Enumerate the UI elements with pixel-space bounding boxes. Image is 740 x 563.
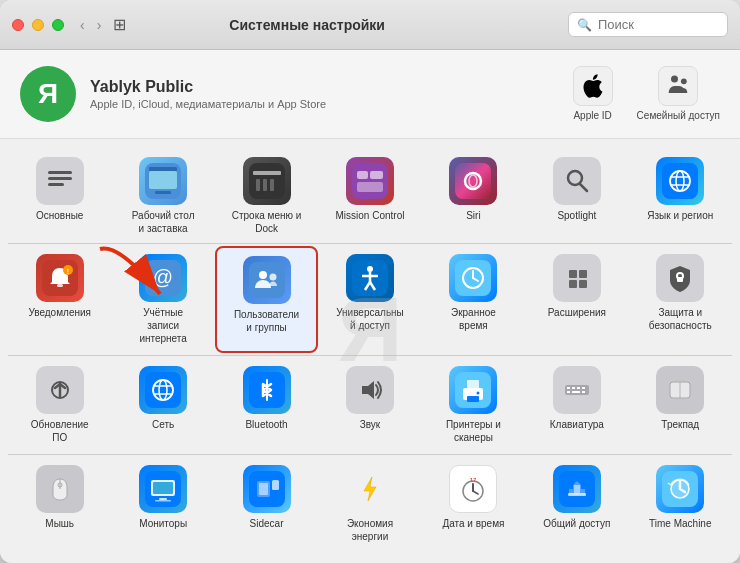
klaviatura-label: Клавиатура xyxy=(550,418,604,431)
pref-uchetnye[interactable]: @ Учётные записи интернета xyxy=(111,246,214,353)
pref-obschiy[interactable]: Общий доступ xyxy=(525,457,628,551)
close-button[interactable] xyxy=(12,19,24,31)
search-input[interactable] xyxy=(598,17,719,32)
apple-id-label: Apple ID xyxy=(573,110,611,122)
pref-mysh[interactable]: Мышь xyxy=(8,457,111,551)
svg-rect-15 xyxy=(352,163,388,199)
monitory-icon xyxy=(139,465,187,513)
profile-actions: Apple ID Семейный доступ xyxy=(573,66,720,122)
obnovlenie-icon xyxy=(36,366,84,414)
pref-spotlight[interactable]: Spotlight xyxy=(525,149,628,243)
svg-rect-19 xyxy=(455,163,491,199)
svg-rect-17 xyxy=(370,171,383,179)
data-icon: 17 xyxy=(449,465,497,513)
svg-rect-97 xyxy=(272,480,279,490)
stroka-icon xyxy=(243,157,291,205)
avatar[interactable]: Я xyxy=(20,66,76,122)
svg-rect-52 xyxy=(569,280,577,288)
svg-rect-31 xyxy=(57,284,63,287)
search-box[interactable]: 🔍 xyxy=(568,12,728,37)
svg-rect-60 xyxy=(145,372,181,408)
pref-timemachine[interactable]: Time Machine xyxy=(629,457,732,551)
set-icon xyxy=(139,366,187,414)
icons-row-5: Загрузочный диск xyxy=(0,553,740,563)
pref-siri[interactable]: Siri xyxy=(422,149,525,243)
svg-rect-14 xyxy=(270,179,274,191)
zvuk-icon xyxy=(346,366,394,414)
siri-icon xyxy=(449,157,497,205)
siri-label: Siri xyxy=(466,209,480,222)
sidecar-icon xyxy=(243,465,291,513)
svg-rect-78 xyxy=(577,387,580,389)
spotlight-label: Spotlight xyxy=(557,209,596,222)
pref-zvuk[interactable]: Звук xyxy=(318,358,421,452)
pref-monitory[interactable]: Мониторы xyxy=(111,457,214,551)
svg-rect-13 xyxy=(263,179,267,191)
pref-bluetooth[interactable]: Bluetooth xyxy=(215,358,318,452)
polzovateli-icon xyxy=(243,256,291,304)
pref-data[interactable]: 17 Дата и время xyxy=(422,457,525,551)
obschiy-label: Общий доступ xyxy=(543,517,610,530)
stroka-label: Строка меню и Dock xyxy=(232,209,302,235)
timemachine-icon xyxy=(656,465,704,513)
pref-set[interactable]: Сеть xyxy=(111,358,214,452)
svg-rect-22 xyxy=(559,163,595,199)
zaschita-label: Защита и безопасность xyxy=(645,306,715,332)
mission-label: Mission Control xyxy=(336,209,405,222)
obnovlenie-label: Обновление ПО xyxy=(25,418,95,444)
svg-rect-8 xyxy=(149,167,177,171)
bluetooth-icon xyxy=(243,366,291,414)
svg-point-37 xyxy=(259,271,267,279)
icons-row-1: Основные Рабочий стол и заставка Строка … xyxy=(0,139,740,243)
pref-zagruzochnyy[interactable]: Загрузочный диск xyxy=(8,555,111,563)
pref-yazyk[interactable]: Язык и регион xyxy=(629,149,732,243)
pref-printery[interactable]: Принтеры и сканеры xyxy=(422,358,525,452)
svg-rect-50 xyxy=(569,270,577,278)
pref-obnovlenie[interactable]: Обновление ПО xyxy=(8,358,111,452)
svg-rect-25 xyxy=(662,163,698,199)
pref-klaviatura[interactable]: Клавиатура xyxy=(525,358,628,452)
minimize-button[interactable] xyxy=(32,19,44,31)
svg-text:@: @ xyxy=(153,266,173,288)
svg-rect-16 xyxy=(357,171,368,179)
ekrannoe-icon xyxy=(449,254,497,302)
svg-rect-11 xyxy=(253,171,281,175)
svg-rect-36 xyxy=(249,262,285,298)
pref-mission[interactable]: Mission Control xyxy=(318,149,421,243)
pref-stroka[interactable]: Строка меню и Dock xyxy=(215,149,318,243)
uchetnye-label: Учётные записи интернета xyxy=(128,306,198,345)
icons-row-2: ! Уведомления @ Учётные записи интернета… xyxy=(0,244,740,355)
pref-ekrannoe[interactable]: Экранное время xyxy=(422,246,525,353)
family-label: Семейный доступ xyxy=(637,110,720,122)
pref-universalnyy[interactable]: Универсальный доступ xyxy=(318,246,421,353)
pref-ekonomiya[interactable]: Экономия энергии xyxy=(318,457,421,551)
zaschita-icon xyxy=(656,254,704,302)
search-icon: 🔍 xyxy=(577,18,592,32)
pref-trekpad[interactable]: Трекпад xyxy=(629,358,732,452)
pref-osnovnye[interactable]: Основные xyxy=(8,149,111,243)
svg-rect-4 xyxy=(48,177,72,180)
rasshireniya-icon xyxy=(553,254,601,302)
printery-icon xyxy=(449,366,497,414)
ekrannoe-label: Экранное время xyxy=(438,306,508,332)
svg-rect-9 xyxy=(155,191,171,194)
svg-rect-96 xyxy=(259,483,268,495)
osnovnye-icon xyxy=(36,157,84,205)
svg-rect-72 xyxy=(467,396,479,402)
pref-rabochiy[interactable]: Рабочий стол и заставка xyxy=(111,149,214,243)
pref-polzovateli[interactable]: Пользователи и группы xyxy=(215,246,318,353)
svg-rect-7 xyxy=(149,171,177,189)
mysh-label: Мышь xyxy=(45,517,74,530)
apple-id-button[interactable]: Apple ID xyxy=(573,66,613,122)
pref-zaschita[interactable]: Защита и безопасность xyxy=(629,246,732,353)
yazyk-icon xyxy=(656,157,704,205)
family-sharing-button[interactable]: Семейный доступ xyxy=(637,66,720,122)
profile-name: Yablyk Public xyxy=(90,78,573,96)
pref-uvedomleniya[interactable]: ! Уведомления xyxy=(8,246,111,353)
trekpad-label: Трекпад xyxy=(661,418,699,431)
pref-sidecar[interactable]: Sidecar xyxy=(215,457,318,551)
pref-rasshireniya[interactable]: Расширения xyxy=(525,246,628,353)
klaviatura-icon xyxy=(553,366,601,414)
svg-rect-92 xyxy=(155,500,171,502)
svg-rect-3 xyxy=(48,171,72,174)
